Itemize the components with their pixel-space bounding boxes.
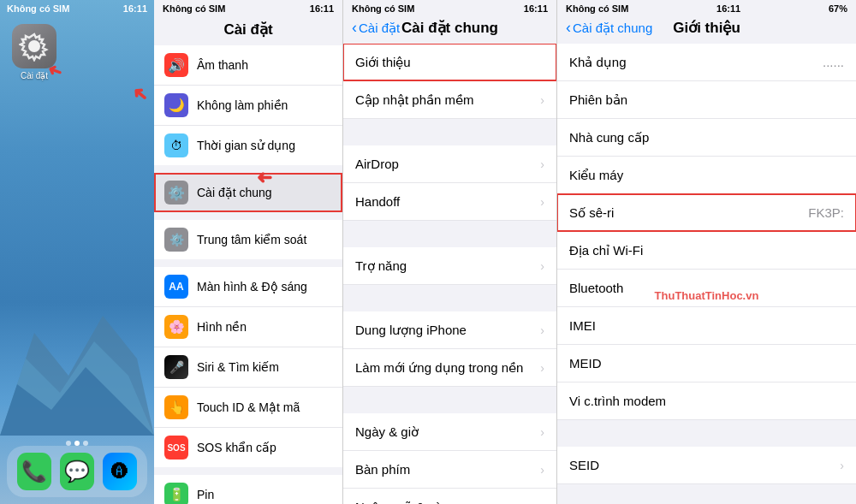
display-icon: AA (164, 275, 188, 299)
settings-item-general[interactable]: ⚙️ Cài đặt chung (154, 173, 342, 212)
siri-icon: 🎤 (164, 355, 188, 379)
about-item-kha-dung: Khả dụng ...... (557, 44, 856, 81)
general-item-handoff[interactable]: Handoff › (343, 183, 556, 221)
dnd-icon: 🌙 (164, 93, 188, 117)
ngon-ngu-text: Ngôn ngữ & vùng (355, 500, 540, 505)
about-item-nha-cung-cap: Nhà cung cấp (557, 119, 856, 157)
so-se-ri-value: FK3P: (808, 205, 844, 220)
battery-label: Pin (197, 488, 332, 501)
home-status-bar: Không có SIM 16:11 (0, 0, 154, 15)
dia-chi-wifi-label: Địa chỉ Wi-Fi (569, 243, 844, 258)
settings-item-sos[interactable]: SOS SOS khẩn cấp (154, 428, 342, 467)
dock: 📞 💬 🅐 (7, 446, 147, 497)
airdrop-text: AirDrop (355, 157, 540, 171)
settings-group-3: ⚙️ Trung tâm kiểm soát (154, 220, 342, 259)
airdrop-chevron: › (540, 157, 544, 171)
settings-group-4: AA Màn hình & Độ sáng 🌸 Hình nền 🎤 Siri … (154, 267, 342, 467)
about-item-bluetooth: Bluetooth (557, 270, 856, 307)
sound-icon: 🔊 (164, 53, 188, 77)
general-item-dung-luong[interactable]: Dung lượng iPhone › (343, 311, 556, 349)
panel-home: Không có SIM 16:11 Cài đặt ➜ 📞 💬 🅐 (0, 0, 154, 504)
general-group-2: AirDrop › Handoff › (343, 145, 556, 221)
back-to-general-btn[interactable]: ‹ Cài đặt chung (566, 19, 652, 37)
general-item-tro-nang[interactable]: Trợ năng › (343, 247, 556, 285)
group-separator-3 (154, 260, 342, 267)
svg-point-3 (28, 40, 40, 52)
settings-item-wallpaper[interactable]: 🌸 Hình nền (154, 307, 342, 347)
wallpaper-icon: 🌸 (164, 315, 188, 339)
handoff-chevron: › (540, 195, 544, 209)
settings-group-2: ⚙️ Cài đặt chung (154, 173, 342, 212)
mountain-bg (0, 264, 154, 436)
settings-status-bar: Không có SIM 16:11 (154, 0, 342, 15)
settings-item-dnd[interactable]: 🌙 Không làm phiền (154, 86, 342, 126)
settings-item-control[interactable]: ⚙️ Trung tâm kiểm soát (154, 220, 342, 259)
touch-id-icon: 👆 (164, 395, 188, 419)
settings-list: 🔊 Âm thanh 🌙 Không làm phiền ⏱ Thời gian… (154, 45, 342, 504)
about-item-seid[interactable]: SEID › (557, 447, 856, 484)
general-gap-2 (343, 222, 556, 247)
general-nav-bar: ‹ Cài đặt Cài đặt chung (343, 15, 556, 44)
nha-cung-cap-label: Nhà cung cấp (569, 130, 844, 145)
gioi-thieu-text: Giới thiệu (355, 55, 544, 70)
settings-item-touch[interactable]: 👆 Touch ID & Mật mã (154, 388, 342, 428)
display-label: Màn hình & Độ sáng (197, 280, 332, 294)
general-gap-4 (343, 388, 556, 413)
messages-app-icon[interactable]: 💬 (60, 453, 94, 490)
phone-app-icon[interactable]: 📞 (17, 453, 51, 490)
general-gap-3 (343, 286, 556, 311)
tro-nang-text: Trợ năng (355, 258, 540, 274)
ban-phim-chevron: › (540, 463, 544, 477)
gear-icon (19, 31, 50, 62)
settings-item-battery[interactable]: 🔋 Pin (154, 475, 342, 504)
group-separator-1 (154, 166, 342, 173)
general-item-ban-phim[interactable]: Bàn phím › (343, 451, 556, 489)
general-group-5: Ngày & giờ › Bàn phím › Ngôn ngữ & vùng … (343, 413, 556, 504)
back-label: Cài đặt (359, 21, 400, 36)
about-item-kieu-may: Kiểu máy (557, 157, 856, 194)
about-status-bar: Không có SIM 16:11 67% (557, 0, 856, 15)
about-group-2: SEID › (557, 447, 856, 484)
general-item-ngon-ngu[interactable]: Ngôn ngữ & vùng › (343, 489, 556, 504)
back-to-settings-btn[interactable]: ‹ Cài đặt (352, 19, 400, 37)
general-group-4: Dung lượng iPhone › Làm mới ứng dụng tro… (343, 311, 556, 387)
panel-about: Không có SIM 16:11 67% ‹ Cài đặt chung G… (556, 0, 856, 504)
about-item-phien-ban: Phiên bản (557, 81, 856, 119)
settings-item-siri[interactable]: 🎤 Siri & Tìm kiếm (154, 347, 342, 388)
ngay-gio-chevron: › (540, 425, 544, 439)
settings-item-screen-time[interactable]: ⏱ Thời gian sử dụng (154, 126, 342, 165)
general-item-ngay-gio[interactable]: Ngày & giờ › (343, 413, 556, 451)
about-item-so-se-ri: Số sê-ri FK3P: (557, 194, 856, 232)
control-icon: ⚙️ (164, 228, 188, 252)
general-icon: ⚙️ (164, 181, 188, 205)
settings-item-sound[interactable]: 🔊 Âm thanh (154, 45, 342, 86)
wallpaper-label: Hình nền (197, 320, 332, 334)
sos-icon: SOS (164, 436, 188, 460)
settings-item-display[interactable]: AA Màn hình & Độ sáng (154, 267, 342, 307)
bluetooth-label: Bluetooth (569, 281, 844, 295)
general-item-airdrop[interactable]: AirDrop › (343, 145, 556, 183)
about-item-imei: IMEI (557, 307, 856, 345)
general-panel-title: Cài đặt chung (401, 19, 498, 37)
cap-nhat-chevron: › (540, 93, 544, 107)
touch-id-label: Touch ID & Mật mã (197, 400, 332, 414)
appstore-icon[interactable]: 🅐 (103, 453, 137, 490)
about-nav-bar: ‹ Cài đặt chung Giới thiệu (557, 15, 856, 44)
general-item-gioi-thieu[interactable]: Giới thiệu (343, 44, 556, 81)
dung-luong-chevron: › (540, 323, 544, 337)
settings-panel-title: Cài đặt (154, 15, 342, 45)
group-separator-2 (154, 213, 342, 220)
home-time: 16:11 (123, 3, 147, 14)
about-time: 16:11 (716, 3, 740, 14)
vi-ctrinh-label: Vi c.trình modem (569, 394, 844, 408)
general-group-1: Giới thiệu Cập nhật phần mềm › (343, 44, 556, 119)
sos-label: SOS khẩn cấp (197, 441, 332, 454)
general-item-cap-nhat[interactable]: Cập nhật phần mềm › (343, 81, 556, 119)
back-chevron-icon: ‹ (352, 19, 357, 37)
siri-label: Siri & Tìm kiếm (197, 360, 332, 374)
ngay-gio-text: Ngày & giờ (355, 424, 540, 440)
kha-dung-label: Khả dụng (569, 55, 823, 70)
about-panel-title: Giới thiệu (673, 19, 740, 37)
panel-general: Không có SIM 16:11 ‹ Cài đặt Cài đặt chu… (342, 0, 556, 504)
general-item-lam-moi[interactable]: Làm mới ứng dụng trong nền › (343, 349, 556, 387)
